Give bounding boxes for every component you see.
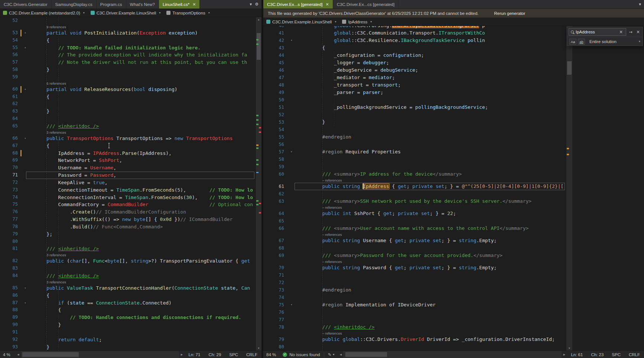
code-line-80[interactable]: 80 [0, 238, 256, 245]
code-line-83[interactable]: 83 [0, 265, 256, 272]
codelens-references[interactable]: – references [263, 178, 566, 183]
code-line-55[interactable]: 55▾ // TODO: Handle failed initializatio… [0, 44, 256, 52]
match-case-toggle[interactable]: Aa [569, 39, 576, 45]
code-line-73[interactable]: 73 ConnectionTimeout = TimeSpan.FromSeco… [0, 186, 256, 194]
scroll-down-icon[interactable]: ▼ [256, 346, 261, 351]
code-line-72[interactable]: 72 [263, 279, 566, 286]
tab-linuxshell-cs[interactable]: LinuxShell.cs*× [159, 0, 200, 9]
right-horizontal-scrollbar[interactable]: ◀ ▶ [338, 351, 567, 358]
code-line-52[interactable]: 52 [263, 111, 566, 118]
code-line-40[interactable]: 40 global::C3C.Parsing.CharArrayDelimite… [263, 26, 566, 29]
scroll-left-icon[interactable]: ◀ [16, 353, 21, 356]
code-line-84[interactable]: 84 /// <inheritdoc /> [0, 272, 256, 280]
scrollbar-track[interactable] [256, 22, 261, 346]
codelens-references[interactable]: – references [263, 232, 566, 237]
fold-icon[interactable]: ▾ [22, 284, 28, 292]
code-line-93[interactable]: 93 } [0, 344, 256, 351]
column-indicator[interactable]: Ch: 29 [204, 352, 225, 357]
code-line-55[interactable]: 55 #endregion [263, 133, 566, 141]
gear-icon[interactable]: ⚙ [255, 2, 258, 7]
code-line-92[interactable]: 92 return default; [0, 336, 256, 344]
code-line-45[interactable]: 45 _logger = debugger; [263, 59, 566, 66]
code-line-70[interactable]: 70 Username = Username, [0, 164, 256, 172]
code-line-51[interactable]: 51 _pollingBackgroundService = pollingBa… [263, 104, 566, 111]
documents-menu-icon[interactable]: ▾ [250, 2, 252, 7]
find-next-icon[interactable]: → [628, 29, 634, 35]
code-line-61[interactable]: 61 { [0, 93, 256, 101]
scrollbar-thumb[interactable] [345, 352, 387, 357]
line-indicator[interactable]: Ln: 71 [184, 352, 204, 357]
fold-icon[interactable]: ▾ [22, 44, 28, 52]
codelens-references[interactable]: – references [263, 259, 566, 264]
whole-word-toggle[interactable]: ab [578, 39, 585, 45]
insert-mode-indicator[interactable]: SPC [608, 352, 625, 357]
code-line-66[interactable]: 66 /// <summary>User account name with a… [263, 225, 566, 232]
fold-icon[interactable]: ▾ [22, 29, 28, 37]
line-ending-indicator[interactable]: CRLF [242, 352, 261, 357]
codelens-references[interactable]: 3 references [0, 280, 256, 284]
tab-c3c-driver-ex-s-generated[interactable]: C3C.Driver.Ex...s [generated]× [263, 0, 333, 9]
codelens-references[interactable]: – references [263, 331, 566, 336]
codelens-references[interactable]: 3 references [0, 253, 256, 257]
right-vertical-scrollbar[interactable]: ▲ ▼ [566, 26, 572, 351]
search-input[interactable]: IpAddress × [569, 28, 626, 36]
left-editor[interactable]: 529 references53▾ partial void PostIniti… [0, 17, 261, 351]
fold-icon[interactable]: ▾ [22, 299, 28, 307]
code-line-64[interactable]: 64 [0, 115, 256, 123]
line-indicator[interactable]: Ln: 61 [567, 352, 587, 357]
left-code-area[interactable]: 529 references53▾ partial void PostIniti… [0, 17, 256, 351]
code-line-74[interactable]: 74 ReconnectionInterval = TimeSpan.FromS… [0, 194, 256, 201]
code-line-58[interactable]: 58 } [0, 66, 256, 74]
code-line-82[interactable]: 82 public (char[], Func<byte[], string>?… [0, 257, 256, 265]
chevron-down-icon[interactable]: ▾ [208, 11, 210, 14]
zoom-level[interactable]: 84 % [263, 352, 279, 357]
documents-menu-icon[interactable]: ▾ [639, 2, 641, 7]
zoom-level[interactable]: 4 % [0, 352, 16, 357]
tab-close-icon[interactable]: × [192, 2, 196, 7]
code-line-63[interactable]: 63 /// <summary>SSH network port used by… [263, 198, 566, 205]
scroll-up-icon[interactable]: ▲ [256, 17, 261, 22]
code-line-48[interactable]: 48 _transport = transport; [263, 81, 566, 89]
code-line-42[interactable]: 42▾ global::C3C.Resilience.IBackgroundTa… [263, 37, 566, 44]
codelens-references[interactable]: – references [263, 205, 566, 210]
column-indicator[interactable]: Ch: 23 [587, 352, 608, 357]
code-line-69[interactable]: 69 NetworkPort = SshPort, [0, 157, 256, 164]
close-search-icon[interactable]: × [635, 29, 641, 35]
code-line-72[interactable]: 72 KeepAlive = true, [0, 179, 256, 186]
hscroll-track[interactable] [21, 351, 179, 358]
code-line-65[interactable]: 65 /// <inheritdoc /> [0, 123, 256, 130]
code-line-77[interactable]: 77 [263, 316, 566, 323]
code-line-73[interactable]: 73 #endregion [263, 286, 566, 294]
tab-c3c-drivers-generator[interactable]: C3C.Drivers.Generator [0, 0, 52, 9]
code-line-60[interactable]: 60 /// <summary>IP address for the devic… [263, 170, 566, 178]
tab-what-s-new[interactable]: What's New? [126, 0, 159, 9]
code-line-47[interactable]: 47 _mediator = mediator; [263, 74, 566, 81]
code-line-41[interactable]: 41 global::C3C.Communication.Transport.I… [263, 29, 566, 37]
code-line-49[interactable]: 49 _parser = parser; [263, 89, 566, 96]
code-line-56[interactable]: 56 // The provided exception will indica… [0, 51, 256, 59]
code-line-54[interactable]: 54 [263, 126, 566, 133]
code-line-60[interactable]: 60▾ partial void ReleaseResources(bool d… [0, 86, 256, 93]
code-line-65[interactable]: 65 [263, 217, 566, 225]
chevron-down-icon[interactable]: ▾ [333, 353, 334, 356]
tab-close-icon[interactable]: × [326, 2, 329, 7]
code-line-88[interactable]: 88 { [0, 306, 256, 314]
code-line-63[interactable]: 63 } [0, 108, 256, 115]
code-line-68[interactable]: 68 [263, 244, 566, 252]
chevron-down-icon[interactable]: ▾ [159, 11, 160, 14]
code-line-81[interactable]: 81 /// <inheritdoc /> [0, 245, 256, 253]
code-line-58[interactable]: 58 [263, 156, 566, 163]
clear-search-icon[interactable]: × [618, 29, 624, 35]
chevron-down-icon[interactable]: ▾ [370, 20, 372, 23]
code-line-75[interactable]: 75 CommandFactory = CommandBuilder // Op… [0, 201, 256, 208]
fold-icon[interactable]: ▾ [289, 37, 295, 44]
code-line-71[interactable]: 71 [263, 271, 566, 279]
code-line-69[interactable]: 69 /// <summary>Password for the user ac… [263, 252, 566, 259]
insert-mode-indicator[interactable]: SPC [225, 352, 242, 357]
fold-icon[interactable]: ▾ [22, 86, 28, 93]
search-scope-dropdown[interactable]: Entire solution [589, 39, 637, 44]
code-line-80[interactable]: 80 [263, 343, 566, 351]
line-ending-indicator[interactable]: CRLF [625, 352, 644, 357]
code-line-56[interactable]: 56 [263, 141, 566, 148]
breadcrumb-item-member[interactable]: IpAddress▾ [342, 20, 372, 24]
